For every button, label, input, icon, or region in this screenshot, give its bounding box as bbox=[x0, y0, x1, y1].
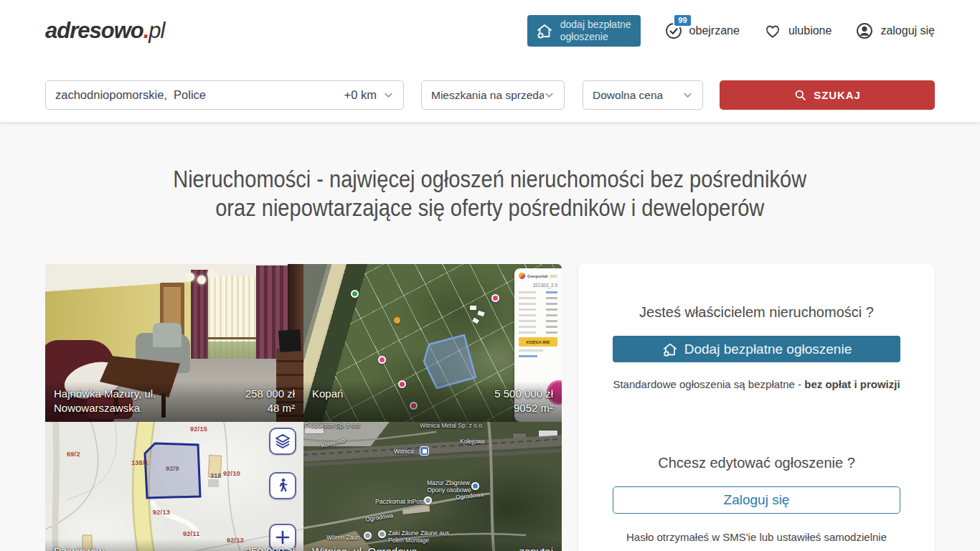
listings-grid: Hajnówka Mazury, ul. Nowowarszawska 258 … bbox=[45, 264, 562, 551]
price-select[interactable]: Dowolna cena bbox=[583, 80, 703, 110]
listing-caption: Witnica, ul. Ogrodowa zapytaj bbox=[303, 539, 562, 551]
category-value: Mieszkania na sprzeda bbox=[431, 89, 544, 102]
geoportal-data-row bbox=[519, 291, 557, 293]
password-note: Hasło otrzymałeś w SMS'ie lub ustawiłeś … bbox=[613, 531, 900, 543]
parcel-number: 138/1 bbox=[131, 459, 149, 466]
page-title: Nieruchomości - najwięcej ogłoszeń nieru… bbox=[0, 122, 980, 222]
listing-location: Dziwiszów bbox=[54, 545, 104, 551]
top-header: adresowo.pl dodaj bezpłatneogłoszenie bbox=[0, 0, 980, 122]
listing-caption: Kopań 5 500 000 zł 9052 m² bbox=[303, 381, 562, 422]
geoportal-data-row bbox=[519, 309, 557, 311]
train-station-icon bbox=[420, 446, 429, 456]
parcel-number: 92/9 bbox=[166, 465, 179, 472]
listing-card-witnica[interactable]: Produktion Sp. z o.o Witnica Metal Sp. z… bbox=[303, 422, 562, 551]
geoportal-data-row bbox=[519, 303, 557, 305]
location-field[interactable]: +0 km bbox=[45, 80, 404, 110]
login-button[interactable]: Zaloguj się bbox=[613, 486, 900, 514]
photo-chandelier bbox=[186, 265, 217, 284]
free-listings-note: Standardowe ogłoszenia są bezpłatne - be… bbox=[613, 378, 900, 390]
viewed-nav-item[interactable]: 99 obejrzane bbox=[664, 22, 740, 40]
layers-icon bbox=[274, 433, 291, 450]
header-row: adresowo.pl dodaj bezpłatneogłoszenie bbox=[45, 15, 935, 47]
add-free-listing-label: Dodaj bezpłatne ogłoszenie bbox=[684, 342, 852, 357]
chevron-down-icon bbox=[383, 90, 394, 100]
edit-heading: Chcesz edytować ogłoszenie ? bbox=[613, 455, 900, 471]
geoportal-kw-button: KSIĘGA WIE bbox=[519, 337, 557, 347]
listing-area: 48 m² bbox=[245, 401, 295, 415]
house-add-icon bbox=[661, 341, 679, 358]
map-marker-blue bbox=[471, 482, 479, 490]
parcel-number: 92/11 bbox=[183, 530, 200, 537]
main-area: Nieruchomości - najwięcej ogłoszeń nieru… bbox=[0, 122, 980, 551]
geoportal-logo-icon bbox=[519, 273, 525, 279]
search-button[interactable]: SZUKAJ bbox=[720, 80, 935, 110]
parcel-number: 69/2 bbox=[67, 451, 80, 458]
owner-panel: Jesteś właścicielem nieruchomości ? Doda… bbox=[578, 264, 935, 551]
viewed-count-badge: 99 bbox=[673, 14, 692, 27]
map-label-business: Produktion Sp. z o.o bbox=[305, 422, 360, 429]
geoportal-data-row bbox=[519, 355, 557, 357]
radius-value: +0 km bbox=[344, 88, 377, 102]
category-select[interactable]: Mieszkania na sprzeda bbox=[421, 80, 565, 110]
map-street-label: Kolejowa bbox=[460, 438, 485, 445]
listing-price: 250 000 zł bbox=[245, 545, 295, 551]
viewed-label: obejrzane bbox=[689, 24, 740, 37]
add-listing-button[interactable]: dodaj bezpłatneogłoszenie bbox=[527, 15, 641, 47]
search-icon bbox=[793, 88, 807, 102]
listing-card-hajnowka[interactable]: Hajnówka Mazury, ul. Nowowarszawska 258 … bbox=[45, 264, 303, 422]
add-free-listing-button[interactable]: Dodaj bezpłatne ogłoszenie bbox=[613, 336, 900, 362]
geoportal-data-row bbox=[519, 331, 557, 334]
location-input[interactable] bbox=[55, 88, 344, 102]
favorites-nav-item[interactable]: ulubione bbox=[763, 22, 832, 40]
cadastral-map-drawing bbox=[45, 422, 303, 551]
brand-logo[interactable]: adresowo.pl bbox=[45, 18, 164, 44]
user-icon bbox=[855, 22, 874, 40]
check-circle-icon: 99 bbox=[664, 22, 683, 40]
listing-location: Hajnówka Mazury, ul. Nowowarszawska bbox=[54, 387, 194, 415]
listing-price: 5 500 000 zł bbox=[494, 387, 553, 401]
listing-card-dziwiszow[interactable]: 92/15 69/2 138/1 92/9 318 92/10 92/13 92… bbox=[45, 422, 303, 551]
login-nav-item[interactable]: zaloguj się bbox=[855, 22, 935, 40]
parcel-number: 318 bbox=[210, 472, 222, 479]
pedestrian-icon bbox=[274, 477, 291, 494]
photo-recliner-back bbox=[153, 323, 182, 347]
house-add-icon bbox=[535, 22, 554, 40]
geoportal-parcel-code: 321303_2.0 bbox=[519, 283, 557, 288]
parcel-number: 92/15 bbox=[190, 425, 207, 433]
page-title-line2: oraz niepowtarzające się oferty pośredni… bbox=[215, 194, 764, 222]
map-marker-gray bbox=[424, 496, 432, 504]
geoportal-data-row bbox=[519, 349, 557, 352]
parcel-number: 92/13 bbox=[153, 509, 170, 516]
parcel-number: 92/10 bbox=[223, 470, 240, 477]
login-label: zaloguj się bbox=[880, 24, 935, 37]
geoportal-data-row bbox=[519, 314, 557, 316]
listing-caption: Hajnówka Mazury, ul. Nowowarszawska 258 … bbox=[45, 381, 303, 422]
map-marker-gray bbox=[378, 530, 386, 538]
radius-selector[interactable]: +0 km bbox=[344, 88, 394, 102]
geoportal-data-row bbox=[519, 326, 557, 328]
search-bar: +0 km Mieszkania na sprzeda Dowolna cena… bbox=[45, 80, 935, 110]
listing-price: 258 000 zł bbox=[245, 387, 295, 401]
price-value: Dowolna cena bbox=[593, 89, 663, 102]
listing-price: zapytaj bbox=[519, 545, 553, 551]
map-label-business: Mazur Zbigniew.Opony osobowe bbox=[427, 479, 471, 494]
listing-location: Kopań bbox=[312, 387, 343, 401]
geoportal-data-row bbox=[519, 320, 557, 322]
listing-location: Witnica, ul. Ogrodowa bbox=[312, 545, 418, 551]
listing-area: 9052 m² bbox=[494, 401, 553, 415]
brand-main: adresowo bbox=[45, 18, 143, 43]
chevron-down-icon bbox=[544, 90, 555, 100]
listing-card-kopan[interactable]: Geoportal 360 321303_2.0 KSIĘGA WIE bbox=[303, 264, 562, 422]
geoportal-brand-suffix: 360 bbox=[550, 274, 557, 278]
map-layers-button[interactable] bbox=[269, 428, 296, 455]
map-streetview-button[interactable] bbox=[269, 472, 296, 499]
heart-icon bbox=[763, 22, 782, 40]
map-label-inpost: Paczkomat InPost bbox=[375, 498, 425, 505]
geoportal-brand: Geoportal bbox=[527, 274, 547, 278]
page-title-line1: Nieruchomości - najwięcej ogłoszeń nieru… bbox=[174, 165, 807, 194]
brand-tld: pl bbox=[149, 18, 164, 43]
favorites-label: ulubione bbox=[788, 24, 832, 37]
map-label-business: Witnica Metal Sp. z o.o. bbox=[420, 422, 484, 429]
owner-heading: Jesteś właścicielem nieruchomości ? bbox=[613, 304, 900, 321]
geoportal-data-row bbox=[519, 297, 557, 299]
